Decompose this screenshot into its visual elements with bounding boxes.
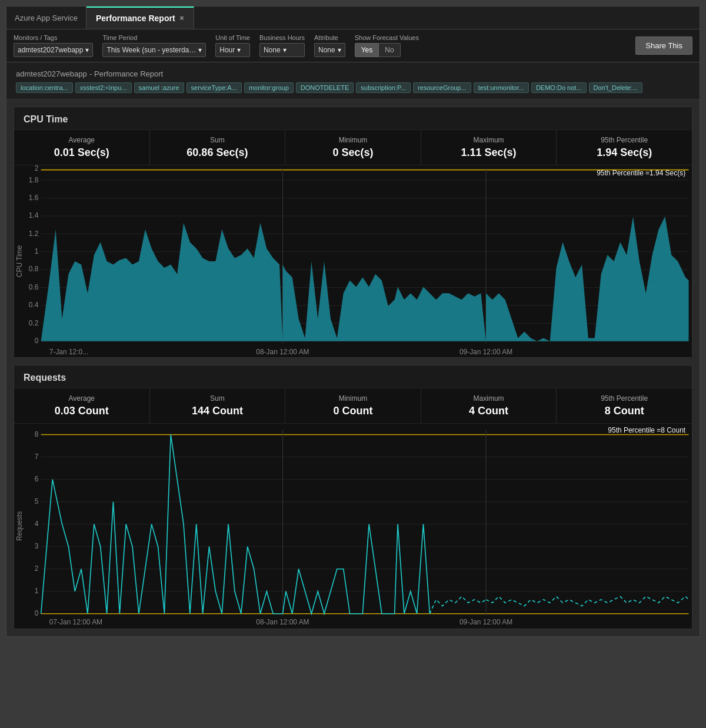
business-hours-group: Business Hours None ▾ [259, 34, 305, 57]
tag: resourceGroup... [413, 82, 471, 93]
chevron-down-icon: ▾ [283, 46, 287, 54]
svg-text:09-Jan 12:00 AM: 09-Jan 12:00 AM [459, 348, 512, 356]
forecast-toggle: Yes No [355, 43, 419, 57]
requests-percentile: 95th Percentile 8 Count [557, 388, 692, 423]
unit-of-time-select[interactable]: Hour ▾ [215, 43, 250, 57]
forecast-no-button[interactable]: No [379, 43, 400, 57]
tag: subscription:P... [356, 82, 411, 93]
svg-text:07-Jan 12:00 AM: 07-Jan 12:00 AM [49, 618, 102, 626]
monitors-tags-select[interactable]: admtest2027webapp ▾ [14, 43, 93, 57]
svg-text:1: 1 [35, 587, 39, 595]
requests-maximum: Maximum 4 Count [421, 388, 557, 423]
svg-text:7: 7 [35, 453, 39, 461]
cpu-chart-svg: 0 0.2 0.4 0.6 0.8 1 1.2 1.4 1.6 1.8 2 CP… [14, 165, 692, 357]
chevron-down-icon: ▾ [237, 46, 241, 54]
unit-of-time-group: Unit of Time Hour ▾ [215, 34, 250, 57]
tag: DONOTDELETE [296, 82, 354, 93]
business-hours-select[interactable]: None ▾ [259, 43, 305, 57]
cpu-section-title: CPU Time [14, 107, 692, 129]
svg-text:08-Jan 12:00 AM: 08-Jan 12:00 AM [256, 348, 309, 356]
svg-text:1.6: 1.6 [29, 194, 39, 202]
svg-text:95th Percentile =1.94 Sec(s): 95th Percentile =1.94 Sec(s) [597, 169, 685, 177]
monitors-tags-group: Monitors / Tags admtest2027webapp ▾ [14, 34, 93, 57]
tab-active[interactable]: Performance Report × [86, 6, 194, 29]
svg-text:0.8: 0.8 [29, 265, 39, 273]
business-hours-label: Business Hours [259, 34, 305, 41]
svg-text:1: 1 [35, 247, 39, 255]
svg-text:8: 8 [35, 430, 39, 438]
svg-text:3: 3 [35, 542, 39, 550]
svg-text:0.2: 0.2 [29, 319, 39, 327]
tag: monitor:group [244, 82, 294, 93]
svg-text:2: 2 [35, 564, 39, 573]
requests-sum: Sum 144 Count [150, 388, 286, 423]
requests-minimum: Minimum 0 Count [285, 388, 421, 423]
cpu-minimum: Minimum 0 Sec(s) [285, 130, 421, 165]
tab-bar: Azure App Service Performance Report × [6, 6, 700, 29]
svg-text:95th Percentile =8 Count: 95th Percentile =8 Count [608, 426, 685, 434]
time-period-group: Time Period This Week (sun - yesterda… ▾ [102, 34, 206, 57]
tag: serviceType:A... [187, 82, 242, 93]
tag: samuel :azure [134, 82, 184, 93]
svg-text:CPU Time: CPU Time [15, 245, 24, 277]
svg-text:1.4: 1.4 [29, 211, 39, 220]
cpu-percentile: 95th Percentile 1.94 Sec(s) [557, 130, 692, 165]
svg-text:1.2: 1.2 [29, 230, 39, 238]
toolbar: Monitors / Tags admtest2027webapp ▾ Time… [6, 29, 700, 62]
cpu-chart: 0 0.2 0.4 0.6 0.8 1 1.2 1.4 1.6 1.8 2 CP… [14, 165, 692, 357]
monitors-tags-label: Monitors / Tags [14, 34, 93, 41]
svg-text:4: 4 [35, 520, 39, 528]
requests-stats-row: Average 0.03 Count Sum 144 Count Minimum… [14, 388, 692, 424]
tag: xsstest2:<inpu... [75, 82, 132, 93]
svg-text:09-Jan 12:00 AM: 09-Jan 12:00 AM [459, 618, 512, 626]
attribute-group: Attribute None ▾ [314, 34, 345, 57]
monitor-header: admtest2027webapp - Performance Report l… [6, 62, 700, 99]
forecast-group: Show Forecast Values Yes No [355, 34, 419, 57]
svg-text:6: 6 [35, 475, 39, 483]
tag: test:unmonitor... [474, 82, 529, 93]
svg-text:0.6: 0.6 [29, 283, 39, 291]
svg-rect-30 [14, 424, 692, 629]
forecast-label: Show Forecast Values [355, 34, 419, 41]
tags-row: location:centra...xsstest2:<inpu...samue… [16, 82, 690, 93]
svg-text:7-Jan 12:0...: 7-Jan 12:0... [49, 348, 88, 356]
svg-text:0: 0 [35, 337, 39, 345]
cpu-sum: Sum 60.86 Sec(s) [150, 130, 286, 165]
svg-text:1.8: 1.8 [29, 176, 39, 184]
cpu-average: Average 0.01 Sec(s) [14, 130, 150, 165]
requests-section: Requests Average 0.03 Count Sum 144 Coun… [14, 365, 692, 629]
requests-chart: 0 1 2 3 4 5 6 7 8 Requests [14, 424, 692, 629]
monitor-title: admtest2027webapp - Performance Report [16, 68, 690, 79]
cpu-section: CPU Time Average 0.01 Sec(s) Sum 60.86 S… [14, 107, 692, 358]
attribute-select[interactable]: None ▾ [314, 43, 345, 57]
share-button[interactable]: Share This [635, 36, 692, 55]
svg-text:5: 5 [35, 497, 39, 506]
cpu-maximum: Maximum 1.11 Sec(s) [421, 130, 557, 165]
chevron-down-icon: ▾ [338, 46, 341, 54]
unit-of-time-label: Unit of Time [215, 34, 250, 41]
cpu-stats-row: Average 0.01 Sec(s) Sum 60.86 Sec(s) Min… [14, 129, 692, 165]
svg-text:0.4: 0.4 [29, 301, 39, 309]
requests-section-title: Requests [14, 365, 692, 388]
time-period-label: Time Period [102, 34, 206, 41]
close-icon[interactable]: × [180, 14, 184, 22]
svg-text:2: 2 [35, 165, 39, 172]
requests-average: Average 0.03 Count [14, 388, 150, 423]
tab-app-name: Azure App Service [6, 6, 86, 29]
tag: location:centra... [16, 82, 73, 93]
chevron-down-icon: ▾ [198, 46, 202, 54]
tag: Don't_Delete:... [589, 82, 642, 93]
svg-text:08-Jan 12:00 AM: 08-Jan 12:00 AM [256, 618, 309, 626]
tag: DEMO:Do not... [531, 82, 587, 93]
forecast-yes-button[interactable]: Yes [355, 43, 379, 57]
time-period-select[interactable]: This Week (sun - yesterda… ▾ [102, 43, 206, 57]
svg-text:Requests: Requests [15, 511, 24, 541]
chevron-down-icon: ▾ [85, 46, 89, 54]
attribute-label: Attribute [314, 34, 345, 41]
requests-chart-svg: 0 1 2 3 4 5 6 7 8 Requests [14, 424, 692, 629]
svg-text:0: 0 [35, 609, 39, 617]
